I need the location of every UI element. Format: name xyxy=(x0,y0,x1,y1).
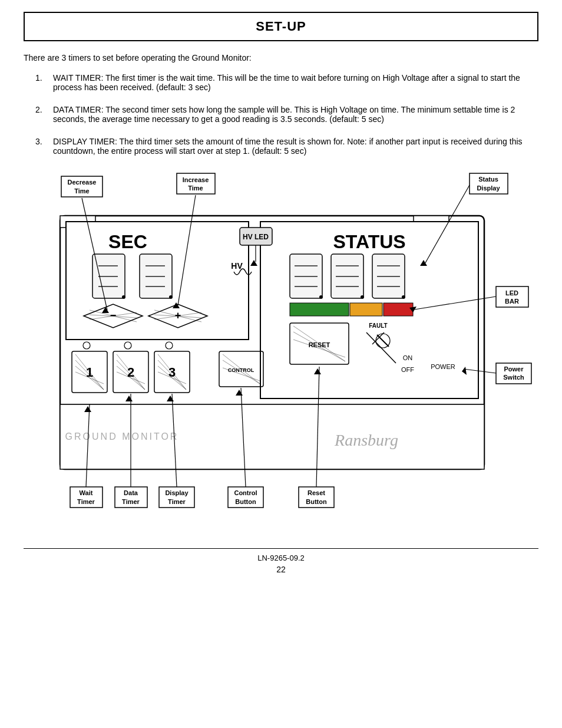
increase-time-label: Increase xyxy=(183,176,209,183)
items-list: 1. WAIT TIMER: The first timer is the wa… xyxy=(35,73,538,156)
item-text: DATA TIMER: The second timer sets how lo… xyxy=(53,105,538,124)
svg-point-49 xyxy=(319,295,323,299)
on-label: ON xyxy=(403,354,413,361)
wait-timer-label: Wait xyxy=(80,489,93,496)
increase-time-label2: Time xyxy=(188,185,203,192)
led-bar-label2: BAR xyxy=(505,298,519,305)
status-display-label2: Display xyxy=(477,185,500,192)
svg-rect-63 xyxy=(384,303,413,316)
ground-monitor-label: GROUND MONITOR xyxy=(65,431,179,442)
data-timer-label: Data xyxy=(124,489,138,496)
led-bar-label: LED xyxy=(505,289,518,297)
power-label: POWER xyxy=(431,363,455,370)
svg-text:−: − xyxy=(110,309,117,321)
off-label: OFF xyxy=(401,366,414,373)
status-label: STATUS xyxy=(333,231,405,252)
svg-text:1: 1 xyxy=(86,365,93,380)
status-display-label: Status xyxy=(478,176,498,183)
decrease-time-label2: Time xyxy=(74,187,89,195)
list-item: 3. DISPLAY TIMER: The third timer sets t… xyxy=(35,137,538,156)
display-timer-label: Display xyxy=(165,489,189,496)
list-item: 1. WAIT TIMER: The first timer is the wa… xyxy=(35,73,538,92)
list-item: 2. DATA TIMER: The second timer sets how… xyxy=(35,105,538,124)
data-timer-label2: Timer xyxy=(122,498,140,505)
control-button-label: Control xyxy=(234,489,257,496)
svg-text:+: + xyxy=(175,309,181,321)
page-title: SET-UP xyxy=(24,12,538,41)
item-text: DISPLAY TIMER: The third timer sets the … xyxy=(53,137,538,156)
hv-led-label: HV LED xyxy=(243,233,269,241)
svg-point-51 xyxy=(402,295,405,299)
control-label: CONTROL xyxy=(228,367,254,373)
svg-point-6 xyxy=(122,295,125,299)
item-number: 2. xyxy=(35,105,53,114)
power-switch-label2: Switch xyxy=(503,374,524,381)
intro-text: There are 3 timers to set before operati… xyxy=(24,53,538,62)
svg-text:2: 2 xyxy=(127,365,134,380)
svg-point-50 xyxy=(361,295,364,299)
svg-point-7 xyxy=(169,295,173,299)
reset-button-label2: Button xyxy=(306,498,327,505)
decrease-time-label: Decrease xyxy=(68,179,97,186)
footer-doc-number: LN-9265-09.2 xyxy=(24,554,538,562)
control-button-label2: Button xyxy=(235,498,256,505)
item-number: 3. xyxy=(35,137,53,146)
sec-label: SEC xyxy=(108,231,147,252)
item-text: WAIT TIMER: The first timer is the wait … xyxy=(53,73,538,92)
reset-button-label: Reset xyxy=(308,489,325,496)
svg-rect-61 xyxy=(290,303,349,316)
reset-label: RESET xyxy=(309,341,330,348)
power-switch-label: Power xyxy=(504,365,524,373)
diagram-svg: SEC − + 1 2 3 STATUS xyxy=(25,169,537,534)
svg-text:3: 3 xyxy=(168,365,176,380)
footer: LN-9265-09.2 22 xyxy=(24,548,538,574)
footer-page-number: 22 xyxy=(24,565,538,574)
wait-timer-label2: Timer xyxy=(77,498,95,505)
ransburg-label: Ransburg xyxy=(334,431,398,449)
svg-rect-62 xyxy=(350,303,382,316)
diagram: SEC − + 1 2 3 STATUS xyxy=(25,169,537,536)
display-timer-label2: Timer xyxy=(168,498,186,505)
item-number: 1. xyxy=(35,73,53,83)
fault-label: FAULT xyxy=(369,322,387,329)
